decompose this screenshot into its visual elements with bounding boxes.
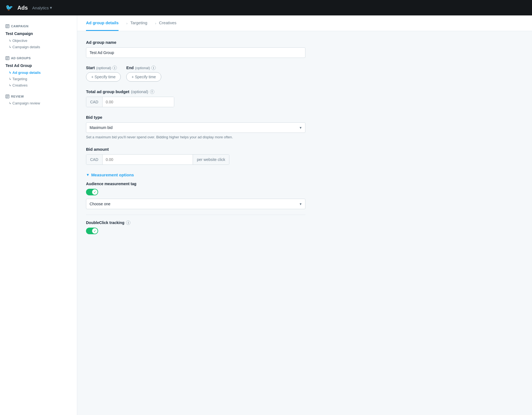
bid-type-select[interactable]: Maximum bid bbox=[86, 122, 305, 133]
toggle-check-icon: ✓ bbox=[94, 230, 96, 233]
arrow-icon: ↳ bbox=[9, 71, 11, 74]
arrow-icon: ↳ bbox=[9, 77, 11, 81]
tab-chevron-1: › bbox=[126, 21, 127, 25]
campaign-section-label: CAMPAIGN bbox=[0, 21, 77, 30]
brand-name: Ads bbox=[17, 5, 28, 11]
analytics-label: Analytics bbox=[32, 6, 49, 10]
form-area: Ad group name Start (optional) i + Speci… bbox=[77, 31, 314, 251]
sidebar-item-objective[interactable]: ↳ Objective bbox=[0, 37, 77, 44]
arrow-icon: ↳ bbox=[9, 101, 11, 105]
arrow-icon: ↳ bbox=[9, 39, 11, 42]
start-label: Start (optional) i bbox=[86, 66, 121, 70]
toggle-check-icon: ✓ bbox=[94, 191, 96, 194]
sidebar-item-campaign-details[interactable]: ↳ Campaign details bbox=[0, 44, 77, 50]
tab-creatives[interactable]: Creatives bbox=[159, 15, 176, 31]
bid-amount-row: CAD per website click bbox=[86, 154, 229, 165]
doubleclick-label: DoubleClick tracking i bbox=[86, 220, 305, 225]
budget-label: Total ad group budget (optional) i bbox=[86, 89, 305, 94]
end-info-icon[interactable]: i bbox=[151, 66, 156, 70]
main-layout: CAMPAIGN Test Campaign ↳ Objective ↳ Cam… bbox=[0, 15, 532, 415]
tabs-bar: Ad group details › Targeting › Creatives bbox=[77, 15, 532, 31]
tab-adgroup-details[interactable]: Ad group details bbox=[86, 15, 119, 31]
bid-currency: CAD bbox=[86, 155, 103, 165]
toggle-track: ✓ bbox=[86, 228, 98, 234]
review-section-icon bbox=[6, 95, 9, 98]
bid-type-hint: Set a maximum bid you'll never spend ove… bbox=[86, 135, 305, 139]
date-row: Start (optional) i + Specify time End (o… bbox=[86, 66, 305, 82]
adgroup-name-label: Ad group name bbox=[86, 40, 305, 45]
sidebar-item-creatives[interactable]: ↳ Creatives bbox=[0, 82, 77, 88]
arrow-icon: ↳ bbox=[9, 45, 11, 49]
bid-amount-group: Bid amount CAD per website click bbox=[86, 147, 305, 165]
end-specify-button[interactable]: + Specify time bbox=[126, 72, 161, 82]
adgroup-name-group: Ad group name bbox=[86, 40, 305, 58]
adgroups-section-label: AD GROUPS bbox=[0, 53, 77, 62]
main-content: Ad group details › Targeting › Creatives… bbox=[77, 15, 532, 415]
sidebar: CAMPAIGN Test Campaign ↳ Objective ↳ Cam… bbox=[0, 15, 77, 415]
sidebar-item-targeting[interactable]: ↳ Targeting bbox=[0, 76, 77, 82]
measurement-toggle[interactable]: ▼ Measurement options bbox=[86, 173, 305, 177]
start-specify-button[interactable]: + Specify time bbox=[86, 72, 121, 82]
start-info-icon[interactable]: i bbox=[112, 66, 117, 70]
tab-targeting[interactable]: Targeting bbox=[130, 15, 147, 31]
sidebar-item-campaign-review[interactable]: ↳ Campaign review bbox=[0, 100, 77, 106]
doubleclick-toggle[interactable]: ✓ bbox=[86, 228, 98, 234]
bid-type-select-wrapper: Maximum bid ▾ bbox=[86, 122, 305, 133]
budget-input[interactable] bbox=[103, 97, 174, 107]
end-label: End (optional) i bbox=[126, 66, 161, 70]
tab-chevron-2: › bbox=[155, 21, 156, 25]
analytics-menu[interactable]: Analytics ▾ bbox=[32, 5, 52, 10]
audience-tag-toggle-row[interactable]: ✓ bbox=[86, 189, 305, 195]
adgroup-name-input[interactable] bbox=[86, 47, 305, 58]
audience-tag-select[interactable]: Choose one bbox=[86, 199, 305, 209]
toggle-thumb: ✓ bbox=[92, 228, 98, 234]
adgroup-name: Test Ad Group bbox=[0, 62, 77, 69]
adgroups-section-icon bbox=[6, 56, 9, 60]
review-section-label: REVIEW bbox=[0, 91, 77, 100]
twitter-logo: 🐦 bbox=[6, 4, 13, 11]
budget-input-row: CAD bbox=[86, 97, 174, 107]
measurement-group: ▼ Measurement options Audience measureme… bbox=[86, 173, 305, 234]
campaign-name: Test Campaign bbox=[0, 30, 77, 37]
top-navigation: 🐦 Ads Analytics ▾ bbox=[0, 0, 532, 15]
arrow-icon: ↳ bbox=[9, 83, 11, 87]
doubleclick-toggle-row[interactable]: ✓ bbox=[86, 228, 305, 234]
bid-suffix: per website click bbox=[193, 155, 229, 165]
choose-one-wrapper: Choose one ▾ bbox=[86, 199, 305, 209]
sidebar-item-adgroup-details[interactable]: ↳ Ad group details bbox=[0, 69, 77, 76]
start-col: Start (optional) i + Specify time bbox=[86, 66, 121, 82]
budget-currency: CAD bbox=[86, 97, 103, 107]
start-end-group: Start (optional) i + Specify time End (o… bbox=[86, 66, 305, 82]
analytics-chevron-icon: ▾ bbox=[50, 5, 52, 10]
bid-type-label: Bid type bbox=[86, 115, 305, 120]
toggle-thumb: ✓ bbox=[92, 189, 98, 195]
bid-amount-input[interactable] bbox=[103, 155, 193, 165]
budget-info-icon[interactable]: i bbox=[150, 90, 154, 94]
budget-group: Total ad group budget (optional) i CAD bbox=[86, 89, 305, 107]
doubleclick-info-icon[interactable]: i bbox=[126, 220, 130, 225]
divider bbox=[86, 215, 305, 215]
audience-tag-select-wrapper: Choose one ▾ bbox=[86, 199, 305, 209]
end-col: End (optional) i + Specify time bbox=[126, 66, 161, 82]
bid-type-group: Bid type Maximum bid ▾ Set a maximum bid… bbox=[86, 115, 305, 139]
audience-tag-toggle[interactable]: ✓ bbox=[86, 189, 98, 195]
campaign-section-icon bbox=[6, 24, 9, 28]
bid-amount-label: Bid amount bbox=[86, 147, 305, 152]
toggle-track: ✓ bbox=[86, 189, 98, 195]
audience-tag-label: Audience measurement tag bbox=[86, 182, 305, 186]
